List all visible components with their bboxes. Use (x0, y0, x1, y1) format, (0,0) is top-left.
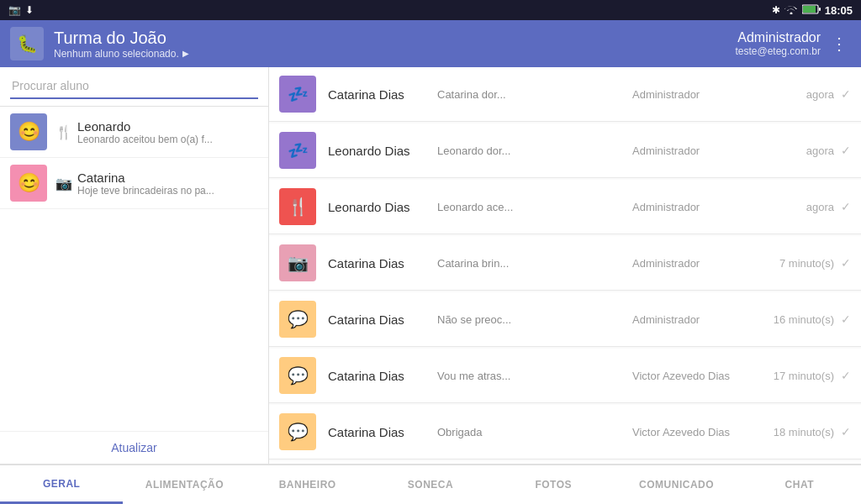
student-type-icon: 📷 (55, 176, 72, 192)
header-menu-button[interactable]: ⋮ (827, 30, 851, 57)
message-preview: Catarina dor... (437, 88, 632, 101)
message-type-icon: 💬 (279, 413, 316, 450)
message-time: agora (750, 144, 834, 157)
message-type-icon: 💤 (279, 76, 316, 113)
message-sender: Victor Azevedo Dias (632, 370, 750, 382)
tab-item-chat[interactable]: CHAT (738, 465, 861, 504)
message-type-icon: 🍴 (279, 188, 316, 225)
student-preview: Hoje teve brincadeiras no pa... (77, 185, 258, 197)
tab-item-soneca[interactable]: SONECA (369, 465, 492, 504)
status-bar: 📷 ⬇ ✱ 18:05 (0, 0, 861, 20)
message-time: 7 minuto(s) (750, 257, 834, 270)
message-icon-emoji: 💤 (288, 84, 309, 104)
search-box (0, 67, 268, 107)
arrow-icon: ▶ (182, 49, 189, 58)
bluetooth-icon: ✱ (772, 4, 780, 16)
read-check-icon: ✓ (841, 256, 851, 270)
update-button[interactable]: Atualizar (111, 441, 156, 454)
avatar-emoji: 😊 (18, 172, 40, 194)
message-icon-emoji: 💤 (288, 140, 309, 160)
bug-icon: 🐛 (17, 34, 38, 54)
message-sender: Administrador (632, 88, 750, 101)
header-title-group: Turma do João Nenhum aluno selecionado. … (54, 29, 735, 60)
app-logo: 🐛 (10, 27, 44, 60)
message-row[interactable]: 📷 Catarina Dias Catarina brin... Adminis… (269, 236, 861, 291)
student-item[interactable]: 😊 📷 Catarina Hoje teve brincadeiras no p… (0, 158, 268, 209)
message-time: agora (750, 88, 834, 101)
student-list: 😊 🍴 Leonardo Leonardo aceitou bem o(a) f… (0, 107, 268, 431)
message-time: 16 minuto(s) (750, 313, 834, 326)
header-admin-info: Administrador teste@eteg.com.br (735, 30, 821, 57)
message-time: agora (750, 201, 834, 213)
tab-item-alimentao[interactable]: ALIMENTAÇÃO (123, 465, 246, 504)
message-row[interactable]: 💬 Catarina Dias Vou me atras... Victor A… (269, 349, 861, 403)
app-title: Turma do João (54, 29, 735, 48)
admin-name: Administrador (735, 30, 821, 45)
message-preview: Obrigada (437, 426, 632, 438)
message-icon-emoji: 💬 (288, 365, 309, 386)
message-icon-emoji: 🍴 (288, 197, 309, 217)
message-time: 18 minuto(s) (750, 426, 834, 438)
message-type-icon: 💬 (279, 301, 316, 338)
download-icon: ⬇ (25, 4, 34, 16)
read-check-icon: ✓ (841, 312, 851, 326)
tab-item-geral[interactable]: GERAL (0, 465, 123, 504)
message-sender: Administrador (632, 144, 750, 157)
message-icon-emoji: 💬 (288, 422, 309, 442)
message-row[interactable]: 💬 Catarina Dias Não se preoc... Administ… (269, 292, 861, 347)
message-student-name: Leonardo Dias (328, 200, 437, 214)
screenshot-icon: 📷 (8, 4, 21, 16)
student-type-icon: 🍴 (55, 124, 72, 140)
status-left-icons: 📷 ⬇ (8, 4, 34, 16)
read-check-icon: ✓ (841, 200, 851, 213)
app-header: 🐛 Turma do João Nenhum aluno selecionado… (0, 20, 861, 67)
tab-item-comunicado[interactable]: COMUNICADO (615, 465, 737, 504)
message-student-name: Catarina Dias (328, 87, 437, 102)
message-icon-emoji: 📷 (288, 253, 309, 273)
student-item[interactable]: 😊 🍴 Leonardo Leonardo aceitou bem o(a) f… (0, 107, 268, 158)
status-right-icons: ✱ 18:05 (772, 4, 853, 17)
message-row[interactable]: 💬 Catarina Dias Boa tarde Vict... Admini… (269, 461, 861, 464)
message-type-icon: 📷 (279, 244, 316, 281)
main-layout: 😊 🍴 Leonardo Leonardo aceitou bem o(a) f… (0, 67, 861, 464)
student-avatar: 😊 (10, 165, 47, 202)
wifi-icon (784, 4, 798, 17)
tab-bar: GERALALIMENTAÇÃOBANHEIROSONECAFOTOSCOMUN… (0, 464, 861, 504)
message-preview: Leonardo dor... (437, 144, 632, 157)
svg-rect-2 (819, 8, 821, 11)
message-row[interactable]: 🍴 Leonardo Dias Leonardo ace... Administ… (269, 180, 861, 234)
admin-email: teste@eteg.com.br (735, 45, 821, 57)
message-row[interactable]: 💬 Catarina Dias Obrigada Victor Azevedo … (269, 405, 861, 459)
read-check-icon: ✓ (841, 369, 851, 382)
message-sender: Administrador (632, 257, 750, 270)
message-preview: Catarina brin... (437, 257, 632, 270)
read-check-icon: ✓ (841, 144, 851, 157)
message-icon-emoji: 💬 (288, 309, 309, 329)
avatar-emoji: 😊 (18, 121, 40, 143)
message-row[interactable]: 💤 Leonardo Dias Leonardo dor... Administ… (269, 123, 861, 178)
search-input[interactable] (10, 74, 258, 99)
time-display: 18:05 (825, 4, 853, 17)
message-sender: Administrador (632, 313, 750, 326)
battery-icon (802, 4, 821, 17)
tab-item-fotos[interactable]: FOTOS (492, 465, 615, 504)
message-type-icon: 💬 (279, 357, 316, 394)
app-subtitle: Nenhum aluno selecionado. ▶ (54, 48, 735, 60)
update-btn-row: Atualizar (0, 431, 268, 464)
message-time: 17 minuto(s) (750, 370, 834, 382)
left-panel: 😊 🍴 Leonardo Leonardo aceitou bem o(a) f… (0, 67, 269, 464)
tab-item-banheiro[interactable]: BANHEIRO (246, 465, 369, 504)
message-student-name: Catarina Dias (328, 312, 437, 327)
message-preview: Não se preoc... (437, 313, 632, 326)
student-info: Catarina Hoje teve brincadeiras no pa... (77, 171, 258, 197)
message-student-name: Leonardo Dias (328, 144, 437, 158)
message-row[interactable]: 💤 Catarina Dias Catarina dor... Administ… (269, 67, 861, 122)
message-sender: Victor Azevedo Dias (632, 426, 750, 438)
message-preview: Vou me atras... (437, 370, 632, 382)
svg-rect-1 (803, 6, 816, 13)
message-student-name: Catarina Dias (328, 369, 437, 383)
student-info: Leonardo Leonardo aceitou bem o(a) f... (77, 119, 258, 145)
message-preview: Leonardo ace... (437, 201, 632, 213)
read-check-icon: ✓ (841, 425, 851, 438)
right-panel: 💤 Catarina Dias Catarina dor... Administ… (269, 67, 861, 464)
